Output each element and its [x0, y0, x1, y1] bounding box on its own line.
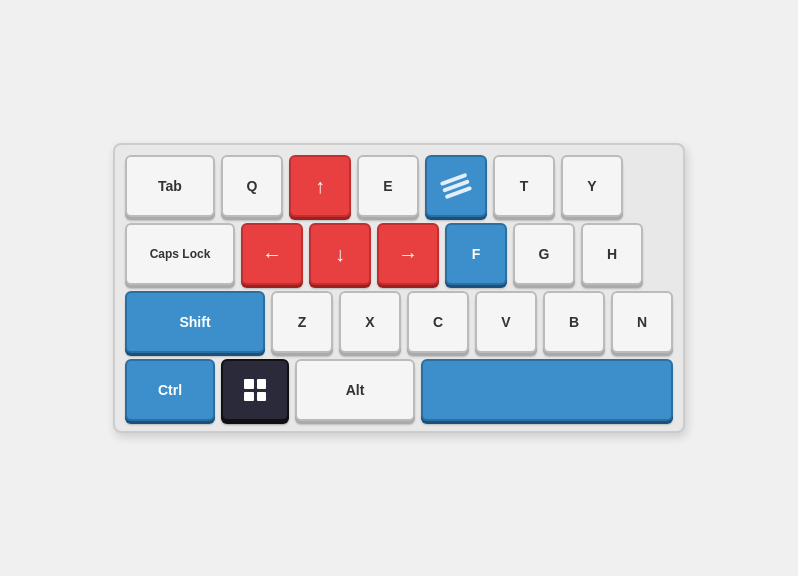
v-label: V — [501, 314, 510, 330]
z-label: Z — [298, 314, 307, 330]
caps-lock-key[interactable]: Caps Lock — [125, 223, 235, 285]
a-left-key[interactable]: ← — [241, 223, 303, 285]
q-label: Q — [247, 178, 258, 194]
z-key[interactable]: Z — [271, 291, 333, 353]
right-arrow-icon: → — [398, 243, 418, 266]
ctrl-key[interactable]: Ctrl — [125, 359, 215, 421]
y-label: Y — [587, 178, 596, 194]
w-up-key[interactable]: ↑ — [289, 155, 351, 217]
f-key[interactable]: F — [445, 223, 507, 285]
alt-label: Alt — [346, 382, 365, 398]
up-arrow-icon: ↑ — [315, 175, 325, 198]
left-arrow-icon: ← — [262, 243, 282, 266]
caps-lock-label: Caps Lock — [150, 247, 211, 261]
b-key[interactable]: B — [543, 291, 605, 353]
alt-key[interactable]: Alt — [295, 359, 415, 421]
tab-key[interactable]: Tab — [125, 155, 215, 217]
keyboard: Tab Q ↑ E T Y Caps Lock ← — [113, 143, 685, 433]
ctrl-label: Ctrl — [158, 382, 182, 398]
x-key[interactable]: X — [339, 291, 401, 353]
down-arrow-icon: ↓ — [335, 243, 345, 266]
g-key[interactable]: G — [513, 223, 575, 285]
b-label: B — [569, 314, 579, 330]
q-key[interactable]: Q — [221, 155, 283, 217]
keyboard-row-1: Tab Q ↑ E T Y — [125, 155, 673, 217]
tab-label: Tab — [158, 178, 182, 194]
r-stripe-key[interactable] — [425, 155, 487, 217]
h-label: H — [607, 246, 617, 262]
t-key[interactable]: T — [493, 155, 555, 217]
win-key[interactable] — [221, 359, 289, 421]
y-key[interactable]: Y — [561, 155, 623, 217]
windows-icon — [244, 379, 266, 401]
shift-key[interactable]: Shift — [125, 291, 265, 353]
n-label: N — [637, 314, 647, 330]
space-key[interactable] — [421, 359, 673, 421]
e-key[interactable]: E — [357, 155, 419, 217]
keyboard-row-2: Caps Lock ← ↓ → F G H — [125, 223, 673, 285]
f-label: F — [472, 246, 481, 262]
keyboard-row-3: Shift Z X C V B N — [125, 291, 673, 353]
s-down-key[interactable]: ↓ — [309, 223, 371, 285]
v-key[interactable]: V — [475, 291, 537, 353]
e-label: E — [383, 178, 392, 194]
stripe-icon — [440, 173, 472, 199]
h-key[interactable]: H — [581, 223, 643, 285]
d-right-key[interactable]: → — [377, 223, 439, 285]
g-label: G — [539, 246, 550, 262]
shift-label: Shift — [179, 314, 210, 330]
t-label: T — [520, 178, 529, 194]
x-label: X — [365, 314, 374, 330]
c-label: C — [433, 314, 443, 330]
c-key[interactable]: C — [407, 291, 469, 353]
keyboard-row-4: Ctrl Alt — [125, 359, 673, 421]
n-key[interactable]: N — [611, 291, 673, 353]
